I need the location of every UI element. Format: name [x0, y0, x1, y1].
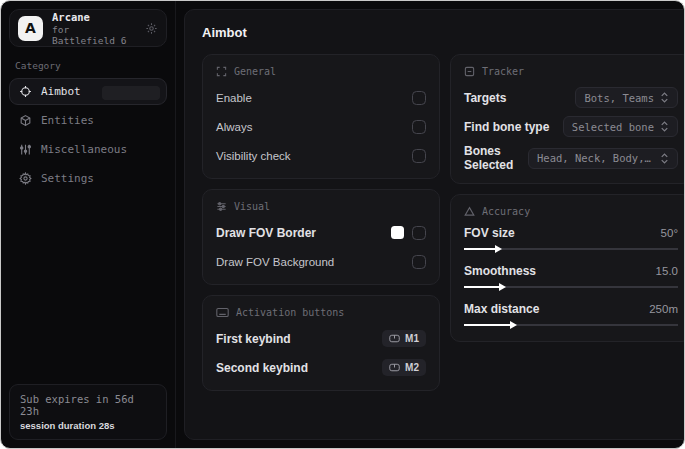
setting-row: Bones Selected Head, Neck, Body, Pe..: [464, 144, 678, 172]
brand-name: Arcane: [52, 11, 136, 23]
select-value: Selected bone: [572, 121, 654, 133]
sub-expiry-text: Sub expires in 56d 23h: [20, 393, 156, 417]
sidebar-nav: Aimbot Entities Miscellaneous Settings: [9, 78, 167, 192]
targets-select[interactable]: Bots, Teams: [575, 87, 678, 108]
draw-fov-background-checkbox[interactable]: [412, 255, 426, 269]
setting-row: Always: [216, 115, 426, 138]
card-header-label: General: [234, 66, 276, 77]
always-checkbox[interactable]: [412, 120, 426, 134]
chevrons-up-down-icon: [660, 92, 669, 103]
logo-letter: A: [25, 20, 36, 36]
setting-label: First keybind: [216, 332, 291, 346]
sidebar-item-miscellaneous[interactable]: Miscellaneous: [9, 136, 167, 163]
visibility-check-checkbox[interactable]: [412, 149, 426, 163]
setting-label: Visibility check: [216, 150, 291, 162]
sidebar-item-aimbot[interactable]: Aimbot: [9, 78, 167, 105]
card-header-label: Accuracy: [482, 206, 530, 217]
second-keybind-button[interactable]: M2: [382, 359, 426, 376]
setting-row: First keybind M1: [216, 327, 426, 350]
setting-row: Draw FOV Border: [216, 221, 426, 244]
setting-label: Enable: [216, 92, 252, 104]
square-minus-icon: [464, 66, 475, 77]
setting-label: Always: [216, 121, 252, 133]
mouse-icon: [389, 334, 400, 343]
card-header-label: Tracker: [482, 66, 524, 77]
max-distance-slider[interactable]: [464, 320, 678, 330]
brand-gear-icon[interactable]: [145, 22, 158, 35]
sidebar: A Arcane for Battlefield 6 Category Aimb…: [1, 1, 176, 448]
setting-row: Find bone type Selected bone: [464, 115, 678, 138]
crosshair-icon: [19, 85, 32, 98]
scan-icon: [216, 66, 227, 77]
keybind-value: M1: [405, 333, 419, 344]
left-column: General Enable Always Visibility check: [202, 54, 440, 391]
setting-row: Smoothness 15.0: [464, 264, 678, 292]
sidebar-item-label: Aimbot: [41, 85, 81, 98]
setting-label: Max distance: [464, 302, 539, 316]
general-card: General Enable Always Visibility check: [202, 54, 440, 179]
setting-label: Targets: [464, 91, 506, 105]
setting-label: Second keybind: [216, 361, 308, 375]
visual-card: Visual Draw FOV Border Draw FOV Backgrou…: [202, 189, 440, 285]
category-label: Category: [15, 60, 163, 71]
find-bone-type-select[interactable]: Selected bone: [563, 116, 678, 137]
sliders-icon: [19, 143, 32, 156]
setting-row: Max distance 250m: [464, 302, 678, 330]
slider-value: 250m: [649, 303, 678, 315]
setting-row: Draw FOV Background: [216, 250, 426, 273]
card-header-label: Activation buttons: [236, 307, 344, 318]
chevrons-up-down-icon: [660, 121, 669, 132]
app-logo: A: [18, 16, 43, 41]
setting-label: FOV size: [464, 226, 515, 240]
brand-subtitle: for Battlefield 6: [52, 24, 136, 46]
sliders-horizontal-icon: [216, 201, 227, 212]
mouse-icon: [389, 363, 400, 372]
right-column: Tracker Targets Bots, Teams: [450, 54, 685, 342]
app-window: A Arcane for Battlefield 6 Category Aimb…: [0, 0, 685, 449]
tracker-card: Tracker Targets Bots, Teams: [450, 54, 685, 184]
setting-row: Second keybind M2: [216, 356, 426, 379]
slider-thumb[interactable]: [510, 321, 517, 329]
keybind-value: M2: [405, 362, 419, 373]
setting-row: Targets Bots, Teams: [464, 86, 678, 109]
smoothness-slider[interactable]: [464, 282, 678, 292]
sidebar-item-label: Entities: [41, 114, 94, 127]
setting-label: Bones Selected: [464, 144, 528, 172]
page-title: Aimbot: [202, 25, 685, 40]
setting-label: Draw FOV Background: [216, 256, 334, 268]
session-duration-text: session duration 28s: [20, 420, 156, 431]
slider-value: 50°: [661, 227, 678, 239]
main-area: Aimbot General Enable: [176, 1, 685, 448]
triangle-icon: [464, 206, 475, 217]
slider-thumb[interactable]: [499, 283, 506, 291]
subscription-card: Sub expires in 56d 23h session duration …: [9, 384, 167, 440]
entities-icon: [19, 114, 32, 127]
accuracy-card: Accuracy FOV size 50°: [450, 194, 685, 342]
chevrons-up-down-icon: [660, 153, 669, 164]
setting-row: Enable: [216, 86, 426, 109]
brand-card: A Arcane for Battlefield 6: [9, 9, 167, 47]
slider-value: 15.0: [656, 265, 678, 277]
setting-label: Smoothness: [464, 264, 536, 278]
sidebar-item-label: Miscellaneous: [41, 143, 127, 156]
content-panel: Aimbot General Enable: [184, 9, 685, 440]
enable-checkbox[interactable]: [412, 91, 426, 105]
select-value: Head, Neck, Body, Pe..: [537, 152, 654, 164]
select-value: Bots, Teams: [584, 92, 654, 104]
first-keybind-button[interactable]: M1: [382, 330, 426, 347]
bones-selected-select[interactable]: Head, Neck, Body, Pe..: [528, 148, 678, 169]
keyboard-icon: [216, 307, 229, 318]
draw-fov-border-checkbox[interactable]: [412, 226, 426, 240]
gear-icon: [19, 172, 32, 185]
activation-card: Activation buttons First keybind M1: [202, 295, 440, 391]
setting-row: FOV size 50°: [464, 226, 678, 254]
sidebar-item-settings[interactable]: Settings: [9, 165, 167, 192]
sidebar-item-entities[interactable]: Entities: [9, 107, 167, 134]
sidebar-item-label: Settings: [41, 172, 94, 185]
setting-row: Visibility check: [216, 144, 426, 167]
fov-border-color-swatch[interactable]: [391, 226, 404, 239]
slider-thumb[interactable]: [495, 245, 502, 253]
setting-label: Draw FOV Border: [216, 226, 316, 240]
fov-size-slider[interactable]: [464, 244, 678, 254]
card-header-label: Visual: [234, 201, 270, 212]
